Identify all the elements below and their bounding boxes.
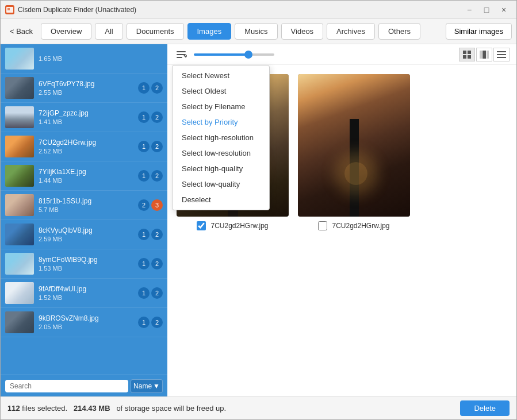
search-input[interactable] bbox=[5, 380, 128, 392]
bottom-statusbar: 112 files selected. 214.43 MB of storage… bbox=[1, 396, 516, 419]
list-item[interactable]: 7CU2gd2HGrw.jpg 2.52 MB 1 2 bbox=[1, 132, 167, 161]
svg-rect-14 bbox=[497, 54, 506, 55]
badge-1: 1 bbox=[138, 258, 150, 269]
list-view-button[interactable] bbox=[493, 48, 510, 61]
list-icon bbox=[497, 51, 506, 59]
file-thumbnail bbox=[5, 194, 34, 216]
dropdown-item-deselect[interactable]: Deselect bbox=[173, 192, 269, 207]
dropdown-item-select-low-resolution[interactable]: Select low-resolution bbox=[173, 145, 269, 161]
back-button[interactable]: < Back bbox=[5, 25, 37, 38]
dropdown-item-select-high-resolution[interactable]: Select high-resolution bbox=[173, 130, 269, 145]
image-filename-left: 7CU2gd2HGrw.jpg bbox=[210, 222, 268, 230]
file-name: 72ijGP_zpzc.jpg bbox=[39, 109, 138, 117]
status-text: 112 files selected. 214.43 MB of storage… bbox=[7, 404, 460, 413]
tab-all[interactable]: All bbox=[95, 23, 122, 40]
file-thumbnail bbox=[5, 282, 34, 304]
file-name: 6VFqT6vPY78.jpg bbox=[39, 80, 138, 88]
badge-1: 1 bbox=[138, 141, 150, 152]
file-size: 2.05 MB bbox=[39, 323, 138, 330]
tab-musics[interactable]: Musics bbox=[235, 23, 277, 40]
similar-images-button[interactable]: Similar images bbox=[446, 23, 512, 40]
image-filename-right: 7CU2gd2HGrw.jpg bbox=[332, 222, 389, 230]
tab-videos[interactable]: Videos bbox=[281, 23, 324, 40]
svg-rect-5 bbox=[177, 57, 182, 58]
storage-size: 214.43 MB bbox=[74, 404, 110, 413]
view-mode-buttons bbox=[459, 48, 510, 61]
badge-1: 1 bbox=[138, 111, 150, 123]
select-menu-icon bbox=[177, 51, 187, 59]
svg-rect-6 bbox=[463, 51, 466, 54]
list-item[interactable]: 1.65 MB bbox=[1, 44, 167, 74]
tab-overview[interactable]: Overview bbox=[41, 23, 91, 40]
close-button[interactable]: × bbox=[496, 4, 512, 16]
file-name: 8ymCFoWlB9Q.jpg bbox=[39, 256, 138, 264]
dropdown-item-select-high-quality[interactable]: Select high-quality bbox=[173, 161, 269, 176]
list-item[interactable]: 9fAfDff4wUI.jpg 1.52 MB 1 2 bbox=[1, 279, 167, 308]
list-item[interactable]: 8ymCFoWlB9Q.jpg 1.53 MB 1 2 bbox=[1, 249, 167, 279]
app-icon bbox=[5, 5, 14, 14]
main-area: 1.65 MB 6VFqT6vPY78.jpg 2.55 MB 1 2 bbox=[1, 44, 516, 396]
badge-1: 2 bbox=[138, 199, 150, 211]
tab-documents[interactable]: Documents bbox=[127, 23, 184, 40]
list-item[interactable]: 72ijGP_zpzc.jpg 1.41 MB 1 2 bbox=[1, 103, 167, 132]
grid-view-button[interactable] bbox=[459, 48, 475, 61]
dropdown-item-select-by-filename[interactable]: Select by Filename bbox=[173, 99, 269, 114]
minimize-button[interactable]: − bbox=[461, 4, 477, 16]
dropdown-item-select-by-priority[interactable]: Select by Priority bbox=[173, 114, 269, 130]
sidebar: 1.65 MB 6VFqT6vPY78.jpg 2.55 MB 1 2 bbox=[1, 44, 167, 396]
badge-2: 2 bbox=[151, 317, 163, 328]
file-thumbnail bbox=[5, 48, 34, 70]
delete-button[interactable]: Delete bbox=[460, 400, 510, 416]
dropdown-item-select-newest[interactable]: Select Newest bbox=[173, 68, 269, 83]
file-thumbnail bbox=[5, 253, 34, 275]
file-name: 9fAfDff4wUI.jpg bbox=[39, 285, 138, 293]
badge-1: 1 bbox=[138, 82, 150, 94]
badge-1: 1 bbox=[138, 229, 150, 240]
zoom-slider[interactable] bbox=[194, 53, 274, 56]
badge-2: 2 bbox=[151, 229, 163, 240]
file-name: 9kBROSvZNm8.jpg bbox=[39, 314, 138, 322]
svg-rect-13 bbox=[497, 51, 506, 52]
badge-1: 1 bbox=[138, 170, 150, 182]
select-dropdown-menu: Select Newest Select Oldest Select by Fi… bbox=[172, 65, 270, 210]
dropdown-item-select-oldest[interactable]: Select Oldest bbox=[173, 83, 269, 99]
image-preview-right bbox=[298, 74, 410, 217]
list-item[interactable]: 7YIljKla1XE.jpg 1.44 MB 1 2 bbox=[1, 161, 167, 191]
badge-1: 1 bbox=[138, 287, 150, 299]
files-label: files selected. bbox=[22, 404, 67, 413]
badge-1: 1 bbox=[138, 317, 150, 328]
filmstrip-view-button[interactable] bbox=[476, 48, 492, 61]
list-item[interactable]: 8cKVyuQlbV8.jpg 2.59 MB 1 2 bbox=[1, 220, 167, 249]
file-size: 1.41 MB bbox=[39, 118, 138, 125]
badge-2: 2 bbox=[151, 111, 163, 123]
list-item[interactable]: 6VFqT6vPY78.jpg 2.55 MB 1 2 bbox=[1, 74, 167, 103]
badge-2: 3 bbox=[151, 199, 163, 211]
badge-2: 2 bbox=[151, 287, 163, 299]
titlebar: Cisdem Duplicate Finder (Unactivated) − … bbox=[1, 1, 516, 19]
file-thumbnail bbox=[5, 77, 34, 99]
select-menu-button[interactable] bbox=[174, 48, 189, 61]
image-checkbox-right[interactable] bbox=[318, 221, 327, 230]
badge-2: 2 bbox=[151, 82, 163, 94]
dropdown-item-select-low-quality[interactable]: Select low-quality bbox=[173, 176, 269, 192]
search-bar: Name ▼ bbox=[1, 375, 167, 396]
file-size: 1.44 MB bbox=[39, 177, 138, 184]
window-controls: − □ × bbox=[461, 4, 512, 16]
file-thumbnail bbox=[5, 224, 34, 245]
badge-2: 2 bbox=[151, 141, 163, 152]
files-count: 112 bbox=[7, 404, 20, 413]
image-checkbox-left[interactable] bbox=[197, 221, 206, 230]
list-item[interactable]: 9kBROSvZNm8.jpg 2.05 MB 1 2 bbox=[1, 308, 167, 337]
svg-rect-3 bbox=[177, 51, 186, 52]
filmstrip-icon bbox=[480, 51, 489, 59]
tab-archives[interactable]: Archives bbox=[327, 23, 375, 40]
file-name: 8cKVyuQlbV8.jpg bbox=[39, 226, 138, 234]
tab-others[interactable]: Others bbox=[378, 23, 420, 40]
list-item[interactable]: 815r1b-1SSU.jpg 5.7 MB 2 3 bbox=[1, 191, 167, 220]
file-size: 1.65 MB bbox=[39, 55, 163, 62]
file-size: 2.55 MB bbox=[39, 89, 138, 96]
svg-rect-2 bbox=[7, 8, 10, 10]
maximize-button[interactable]: □ bbox=[478, 4, 495, 16]
sort-select[interactable]: Name ▼ bbox=[131, 379, 163, 393]
tab-images[interactable]: Images bbox=[187, 23, 232, 40]
